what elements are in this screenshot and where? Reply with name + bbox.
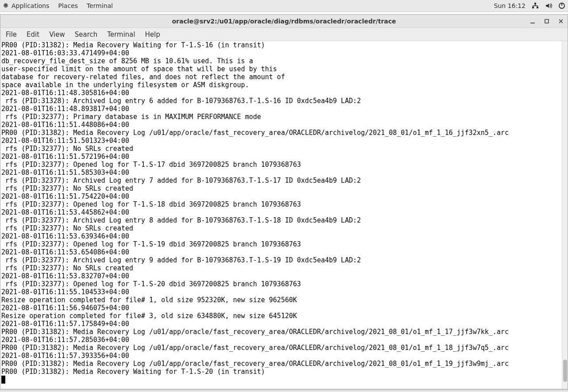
menu-search[interactable]: Search: [75, 31, 98, 38]
places-menu[interactable]: Places: [58, 2, 78, 9]
terminal-output: PR00 (PID:31382): Media Recovery Waiting…: [0, 41, 568, 384]
terminal-window: oracle@srv2:/u01/app/oracle/diag/rdbms/o…: [0, 14, 568, 389]
svg-rect-1: [532, 7, 534, 8]
clock[interactable]: Sun 16:12: [494, 2, 526, 9]
panel-left: Applications Places Terminal: [3, 2, 113, 9]
terminal-menu[interactable]: Terminal: [87, 2, 113, 9]
maximize-button[interactable]: [544, 18, 550, 24]
terminal-text: PR00 (PID:31382): Media Recovery Waiting…: [1, 41, 509, 376]
window-titlebar[interactable]: oracle@srv2:/u01/app/oracle/diag/rdbms/o…: [0, 15, 568, 28]
network-icon[interactable]: [532, 2, 539, 9]
gnome-top-panel: Applications Places Terminal Sun 16:12: [0, 0, 568, 12]
vertical-scrollbar[interactable]: [562, 41, 568, 389]
svg-rect-2: [537, 7, 538, 8]
power-icon[interactable]: [558, 2, 565, 9]
svg-rect-6: [545, 19, 549, 23]
terminal-area[interactable]: PR00 (PID:31382): Media Recovery Waiting…: [0, 41, 568, 389]
menu-file[interactable]: File: [6, 31, 17, 38]
panel-right: Sun 16:12: [494, 2, 565, 9]
bottom-taskbar: [0, 389, 568, 392]
menu-terminal[interactable]: Terminal: [107, 31, 135, 38]
menu-edit[interactable]: Edit: [27, 31, 39, 38]
close-button[interactable]: [558, 18, 564, 24]
menu-view[interactable]: View: [49, 31, 65, 38]
menubar: File Edit View Search Terminal Help: [0, 28, 568, 41]
minimize-button[interactable]: [530, 18, 536, 24]
volume-icon[interactable]: [545, 2, 552, 9]
applications-menu[interactable]: Applications: [12, 2, 50, 9]
scrollbar-thumb[interactable]: [563, 360, 567, 382]
terminal-cursor: [1, 376, 5, 384]
svg-rect-0: [534, 3, 536, 4]
gnome-logo-icon: [3, 3, 9, 9]
window-title: oracle@srv2:/u01/app/oracle/diag/rdbms/o…: [172, 18, 396, 25]
window-controls: [530, 15, 564, 27]
menu-help[interactable]: Help: [145, 31, 160, 38]
